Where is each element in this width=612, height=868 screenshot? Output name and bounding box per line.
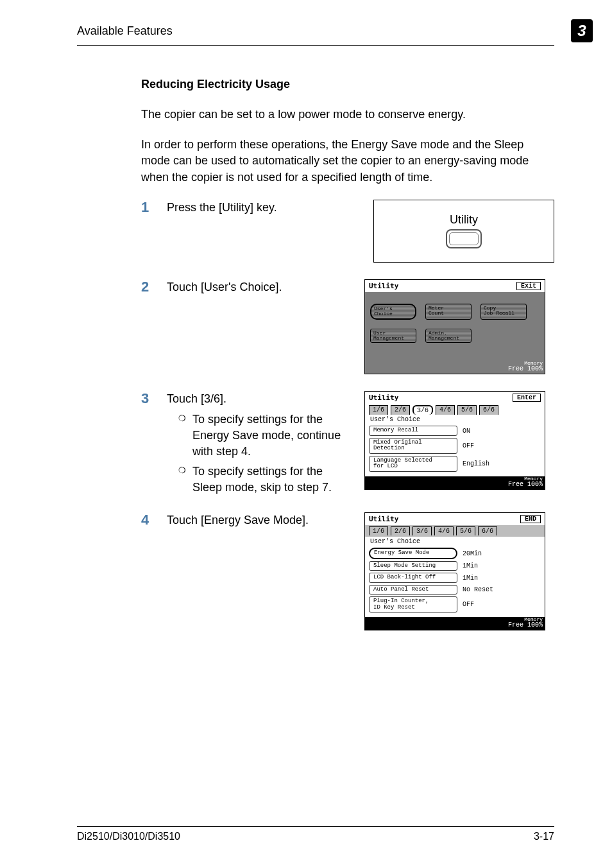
memory-recall-value: ON <box>463 428 470 435</box>
sleep-mode-value: 1Min <box>463 562 478 569</box>
tab-4-6[interactable]: 4/6 <box>436 405 455 415</box>
auto-panel-reset-option[interactable]: Auto Panel Reset <box>369 585 457 595</box>
step-1-text: Press the [Utility] key. <box>167 200 353 216</box>
step-number: 2 <box>141 279 155 375</box>
lcd-screen-step3: Utility Enter 1/6 2/6 3/6 4/6 5/6 6/6 Us… <box>364 391 545 489</box>
step-number: 4 <box>141 512 155 630</box>
tab-1-6[interactable]: 1/6 <box>369 526 388 535</box>
lcd-subtitle: User's Choice <box>365 537 545 546</box>
step-3-sub-1: To specify settings for the Energy Save … <box>178 412 353 460</box>
sleep-mode-option[interactable]: Sleep Mode Setting <box>369 561 457 571</box>
tab-2-6[interactable]: 2/6 <box>391 526 410 535</box>
tab-5-6[interactable]: 5/6 <box>457 405 477 415</box>
language-value: English <box>463 460 489 467</box>
admin-management-button[interactable]: Admin. Management <box>425 329 472 343</box>
tab-4-6[interactable]: 4/6 <box>434 526 454 535</box>
tab-6-6[interactable]: 6/6 <box>479 405 498 415</box>
step-number: 1 <box>141 200 155 263</box>
step-number: 3 <box>141 391 155 496</box>
end-button[interactable]: END <box>520 515 541 523</box>
utility-key-label: Utility <box>450 213 478 227</box>
exit-button[interactable]: Exit <box>516 282 541 290</box>
copy-job-recall-button[interactable]: Copy Job Recall <box>480 304 527 320</box>
step-3-sub-2: To specify settings for the Sleep mode, … <box>178 464 353 496</box>
tab-3-6[interactable]: 3/6 <box>412 526 432 535</box>
step-2-text: Touch [User's Choice]. <box>167 279 353 295</box>
tab-1-6[interactable]: 1/6 <box>369 405 388 415</box>
intro-paragraph-1: The copier can be set to a low power mod… <box>141 107 539 123</box>
footer-page: 3-17 <box>534 831 554 842</box>
tab-2-6[interactable]: 2/6 <box>391 405 410 415</box>
step-3-text: Touch [3/6]. <box>167 391 353 407</box>
plugin-counter-value: OFF <box>463 601 474 608</box>
energy-save-mode-option[interactable]: Energy Save Mode <box>369 548 457 559</box>
memory-free-indicator: Memory Free 100% <box>508 617 543 629</box>
intro-paragraph-2: In order to perform these operations, th… <box>141 137 539 186</box>
user-management-button[interactable]: User Management <box>370 329 416 343</box>
memory-free-indicator: Memory Free 100% <box>508 361 543 372</box>
memory-recall-option[interactable]: Memory Recall <box>369 426 457 435</box>
meter-count-button[interactable]: Meter Count <box>425 304 472 320</box>
tab-3-6[interactable]: 3/6 <box>412 405 433 415</box>
plugin-counter-option[interactable]: Plug-In Counter, ID Key Reset <box>369 596 457 612</box>
lcd-screen-step4: Utility END 1/6 2/6 3/6 4/6 5/6 6/6 User… <box>364 512 545 630</box>
lcd-screen-step2: Utility Exit User's Choice Meter Count C… <box>364 279 545 375</box>
lcd-backlight-option[interactable]: LCD Back-light Off <box>369 573 457 582</box>
section-heading: Reducing Electricity Usage <box>141 78 554 91</box>
tab-6-6[interactable]: 6/6 <box>478 526 497 535</box>
header-section: Available Features <box>77 24 173 38</box>
utility-key-figure: Utility <box>373 200 554 263</box>
enter-button[interactable]: Enter <box>513 394 541 402</box>
mixed-original-option[interactable]: Mixed Original Detection <box>369 438 457 454</box>
step-4-text: Touch [Energy Save Mode]. <box>167 512 353 528</box>
utility-key-icon <box>446 229 482 248</box>
tab-5-6[interactable]: 5/6 <box>456 526 475 535</box>
auto-panel-reset-value: No Reset <box>463 586 493 593</box>
mixed-original-value: OFF <box>463 442 474 449</box>
chapter-badge: 3 <box>571 19 593 42</box>
lcd-title: Utility <box>369 394 398 402</box>
energy-save-mode-value: 20Min <box>463 550 482 557</box>
footer-model: Di2510/Di3010/Di3510 <box>77 831 180 842</box>
language-option[interactable]: Language Selected for LCD <box>369 456 457 472</box>
lcd-title: Utility <box>369 282 398 290</box>
lcd-backlight-value: 1Min <box>463 575 478 582</box>
lcd-subtitle: User's Choice <box>365 415 545 424</box>
lcd-title: Utility <box>369 515 398 523</box>
memory-free-indicator: Memory Free 100% <box>508 476 543 488</box>
users-choice-button[interactable]: User's Choice <box>370 304 416 320</box>
